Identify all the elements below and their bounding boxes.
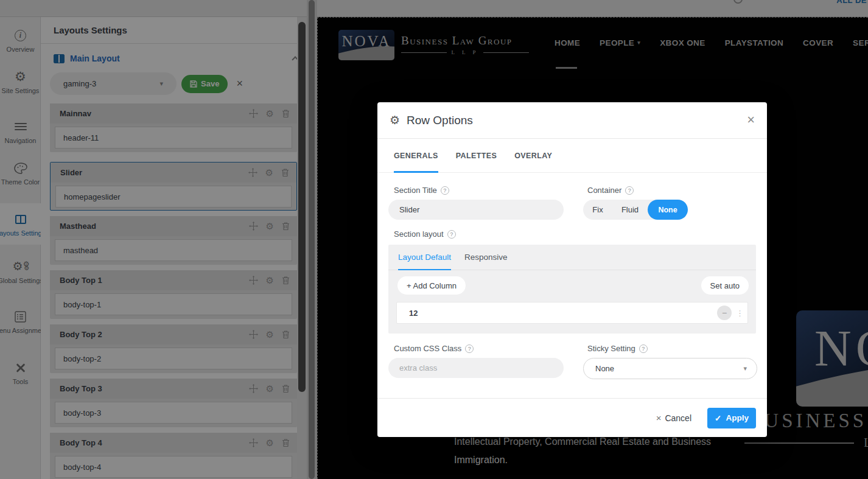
container-label: Container? [587, 186, 634, 195]
sticky-setting-select[interactable]: None ▾ [583, 358, 757, 379]
modal-title: Row Options [407, 114, 473, 127]
modal-header: ⚙ Row Options × [377, 102, 767, 139]
column-row: 12 − ⋮ [396, 302, 748, 324]
help-icon[interactable]: ? [625, 186, 634, 195]
tab-generals[interactable]: GENERALS [394, 139, 438, 172]
chevron-down-icon: ▾ [743, 365, 747, 372]
modal-footer: ×Cancel ✓Apply [377, 398, 767, 437]
add-column-button[interactable]: + Add Column [397, 276, 466, 295]
tab-overlay[interactable]: OVERLAY [514, 139, 552, 172]
container-option-fluid[interactable]: Fluid [612, 205, 648, 214]
minus-icon: − [722, 308, 727, 318]
drag-handle-icon[interactable]: ⋮ [736, 310, 744, 316]
tab-palettes[interactable]: PALETTES [456, 139, 497, 172]
section-title-input[interactable]: Slider [388, 200, 564, 220]
custom-css-label: Custom CSS Class? [394, 344, 474, 353]
sticky-setting-label: Sticky Setting? [587, 344, 648, 353]
help-icon[interactable]: ? [465, 344, 474, 353]
section-layout-label: Section layout? [394, 229, 456, 239]
tab-layout-default[interactable]: Layout Default [398, 245, 451, 270]
container-option-none[interactable]: None [648, 200, 688, 220]
help-icon[interactable]: ? [639, 344, 648, 353]
set-auto-button[interactable]: Set auto [701, 276, 749, 295]
modal-tabs: GENERALS PALETTES OVERLAY [377, 139, 767, 173]
tab-responsive[interactable]: Responsive [464, 245, 508, 270]
gear-icon: ⚙ [390, 113, 400, 127]
container-segmented-control: Fix Fluid None [583, 200, 688, 220]
container-option-fix[interactable]: Fix [583, 205, 612, 214]
customizer-app: ALL DE i Overview ⚙ Site Settings Naviga… [0, 0, 868, 479]
custom-css-input[interactable]: extra class [388, 358, 564, 378]
check-icon: ✓ [715, 413, 721, 423]
remove-column-button[interactable]: − [717, 306, 732, 320]
column-width-value[interactable]: 12 [409, 309, 717, 318]
help-icon[interactable]: ? [447, 230, 456, 239]
apply-button[interactable]: ✓Apply [707, 408, 756, 428]
help-icon[interactable]: ? [441, 186, 449, 195]
close-icon[interactable]: × [747, 112, 755, 128]
layout-tabs: Layout Default Responsive [388, 245, 756, 270]
row-options-modal: ⚙ Row Options × GENERALS PALETTES OVERLA… [377, 102, 767, 437]
close-icon: × [656, 413, 662, 423]
cancel-button[interactable]: ×Cancel [656, 413, 691, 423]
section-layout-box: Layout Default Responsive + Add Column S… [388, 245, 756, 334]
section-title-label: Section Title? [394, 186, 449, 195]
